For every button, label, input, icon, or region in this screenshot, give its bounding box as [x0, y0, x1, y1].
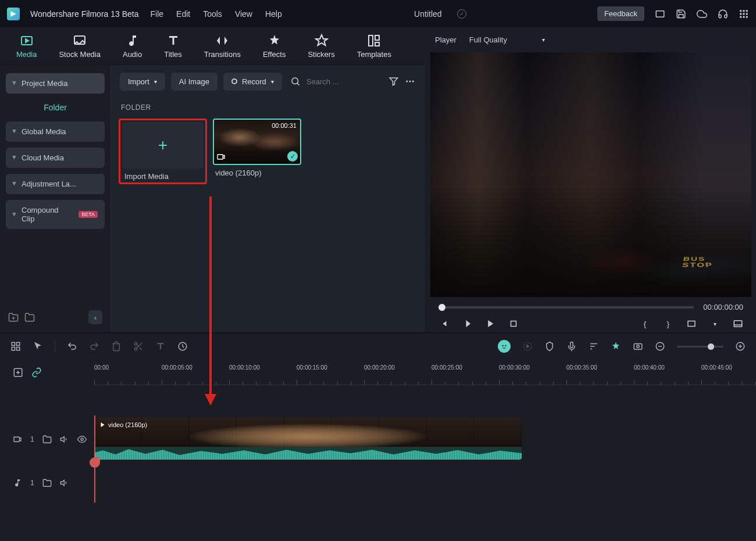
voiceover-button[interactable] [566, 341, 577, 352]
beta-badge: BETA [79, 211, 98, 218]
import-media-tile[interactable]: + Import Media [119, 119, 207, 184]
timeline-clip-1[interactable]: video (2160p) [94, 418, 522, 460]
mark-in-button[interactable]: { [640, 318, 650, 329]
lock-audio-icon[interactable] [42, 478, 52, 488]
stickers-icon [315, 34, 329, 48]
select-tool-icon[interactable] [33, 341, 43, 352]
menu-file[interactable]: File [149, 7, 165, 21]
sidebar-item-compound-clip[interactable]: ▸Compound ClipBETA [6, 200, 105, 229]
feedback-button[interactable]: Feedback [597, 6, 644, 21]
record-button[interactable]: Record▾ [223, 73, 282, 91]
redo-button[interactable] [89, 341, 99, 352]
media-clip-1[interactable]: 00:00:31 ✓ video (2160p) [213, 119, 301, 184]
grid-icon[interactable] [10, 341, 21, 352]
play-button[interactable] [485, 318, 495, 329]
visibility-track-icon[interactable] [77, 435, 87, 444]
apps-icon[interactable] [739, 9, 749, 19]
timeline-ruler[interactable]: 00:0000:00:05:0000:00:10:0000:00:15:0000… [94, 360, 756, 385]
audio-mix-button[interactable] [589, 341, 599, 352]
tab-audio[interactable]: Audio [123, 34, 142, 59]
audio-icon [126, 34, 140, 48]
audio-track-1: 1 [0, 463, 756, 503]
search-input[interactable] [306, 77, 353, 86]
media-sidebar: ▸Project Media Folder ▸Global Media ▸Clo… [0, 65, 110, 332]
new-folder-icon[interactable] [8, 312, 19, 323]
prev-frame-button[interactable] [438, 318, 449, 329]
play-pause-button[interactable] [462, 318, 472, 329]
svg-point-16 [406, 81, 408, 83]
sidebar-item-project-media[interactable]: ▸Project Media [6, 73, 105, 94]
playhead[interactable] [94, 415, 95, 503]
zoom-in-button[interactable] [735, 341, 746, 352]
speed-button[interactable] [177, 341, 188, 352]
link-tracks-button[interactable] [31, 367, 42, 378]
tab-templates[interactable]: Templates [357, 34, 391, 59]
filter-icon[interactable] [388, 76, 399, 87]
support-icon[interactable] [718, 9, 728, 19]
svg-point-33 [505, 345, 506, 346]
timeline-toolbar [0, 333, 756, 360]
search-icon [290, 76, 301, 87]
clip-waveform [94, 447, 522, 460]
svg-point-15 [292, 78, 298, 84]
fullscreen-button[interactable] [733, 318, 743, 329]
text-button[interactable] [155, 341, 166, 352]
save-icon[interactable] [676, 9, 686, 19]
sidebar-item-adjustment-layer[interactable]: ▸Adjustment La... [6, 174, 105, 194]
crop-ratio-button[interactable] [686, 318, 697, 329]
add-track-button[interactable] [13, 367, 23, 378]
marker-button[interactable] [544, 341, 555, 352]
media-browser: Import▾ AI Image Record▾ FOLDER + Import… [110, 65, 425, 332]
zoom-slider[interactable] [677, 346, 723, 347]
menu-tools[interactable]: Tools [202, 7, 223, 21]
video-preview[interactable]: BUSSTOP [430, 52, 751, 297]
mute-audio-icon[interactable] [60, 478, 69, 488]
ratio-chevron-icon[interactable]: ▾ [709, 318, 720, 329]
svg-point-32 [502, 345, 504, 346]
mute-track-icon[interactable] [60, 435, 69, 444]
clip-duration: 00:00:31 [272, 122, 297, 129]
tab-transitions[interactable]: Transitions [204, 34, 241, 59]
menu-help[interactable]: Help [264, 7, 283, 21]
source-tabs: Media Stock Media Audio Titles Transitio… [0, 27, 425, 65]
search-box[interactable] [288, 76, 383, 87]
layout-icon[interactable] [655, 9, 665, 19]
svg-point-36 [637, 345, 640, 348]
stop-button[interactable] [508, 318, 519, 329]
cloud-icon[interactable] [697, 9, 707, 19]
menu-view[interactable]: View [234, 7, 254, 21]
snapshot-button[interactable] [633, 341, 643, 352]
sidebar-item-global-media[interactable]: ▸Global Media [6, 121, 105, 142]
playback-scrubber[interactable] [438, 306, 694, 309]
video-track-1: 1 video (2160p) [0, 415, 756, 463]
import-button[interactable]: Import▾ [120, 73, 165, 91]
tab-effects[interactable]: Effects [263, 34, 286, 59]
lock-track-icon[interactable] [42, 435, 52, 444]
sidebar-item-cloud-media[interactable]: ▸Cloud Media [6, 148, 105, 168]
auto-button[interactable] [611, 341, 621, 352]
menu-edit[interactable]: Edit [175, 7, 191, 21]
zoom-out-button[interactable] [655, 341, 665, 352]
render-button[interactable] [522, 341, 533, 352]
tab-stock-media[interactable]: Stock Media [59, 34, 101, 59]
tab-media[interactable]: Media [16, 34, 37, 59]
svg-rect-7 [740, 16, 741, 17]
svg-rect-19 [217, 155, 223, 159]
svg-point-17 [409, 81, 411, 83]
delete-button[interactable] [111, 341, 122, 352]
collapse-sidebar-button[interactable]: ‹ [88, 310, 102, 324]
svg-rect-20 [511, 321, 516, 327]
sidebar-folder-label[interactable]: Folder [6, 99, 105, 116]
split-button[interactable] [133, 341, 144, 352]
ai-image-button[interactable]: AI Image [171, 73, 217, 91]
mark-out-button[interactable]: } [663, 318, 673, 329]
more-icon[interactable] [405, 76, 415, 87]
tab-titles[interactable]: Titles [164, 34, 182, 59]
svg-rect-12 [369, 35, 373, 46]
tab-stickers[interactable]: Stickers [308, 34, 334, 59]
quality-select[interactable]: Full Quality▾ [465, 33, 550, 46]
folder-icon[interactable] [24, 312, 35, 323]
ai-assistant-button[interactable] [498, 340, 511, 353]
timecode-display: 00:00:00:00 [703, 303, 743, 311]
undo-button[interactable] [67, 341, 77, 352]
